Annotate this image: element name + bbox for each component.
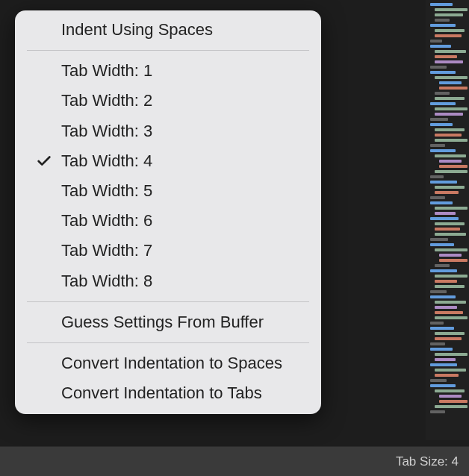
minimap-line: [439, 87, 468, 90]
minimap-line: [435, 228, 460, 231]
minimap-line: [430, 379, 447, 382]
minimap-line: [435, 107, 468, 110]
minimap-line: [430, 243, 454, 246]
menu-item-label: Tab Width: 1: [61, 61, 152, 80]
minimap-line: [435, 369, 466, 372]
minimap-line: [435, 374, 459, 377]
minimap-line: [435, 92, 450, 95]
minimap-line: [435, 233, 466, 236]
minimap-line: [430, 327, 454, 330]
minimap-line: [435, 76, 468, 79]
minimap-line: [435, 389, 465, 392]
menu-item-label: Convert Indentation to Tabs: [61, 383, 262, 402]
menu-item-tab-width[interactable]: Tab Width: 1: [15, 56, 321, 86]
minimap-line: [430, 217, 459, 220]
menu-item-label: Tab Width: 3: [61, 122, 152, 140]
minimap-line: [435, 60, 463, 63]
minimap-line: [430, 342, 445, 345]
minimap-line: [435, 97, 465, 100]
menu-item-guess-from-buffer[interactable]: Guess Settings From Buffer: [15, 307, 321, 337]
minimap-line: [439, 400, 468, 403]
minimap-line: [435, 8, 468, 11]
minimap-line: [430, 71, 456, 74]
status-bar: Tab Size: 4: [0, 446, 469, 476]
menu-item-tab-width[interactable]: Tab Width: 7: [15, 236, 321, 266]
menu-item-convert-to-spaces[interactable]: Convert Indentation to Spaces: [15, 348, 321, 378]
minimap-line: [430, 123, 453, 126]
menu-item-label: Tab Width: 6: [61, 211, 152, 230]
menu-item-label: Tab Width: 8: [61, 272, 152, 290]
minimap-line: [435, 186, 465, 189]
status-tab-size-label: Tab Size: 4: [396, 454, 459, 469]
minimap-line: [435, 358, 456, 361]
minimap-line: [430, 384, 456, 387]
minimap-line: [430, 3, 453, 6]
minimap-line: [439, 160, 462, 163]
minimap-line: [435, 50, 466, 53]
code-minimap: [426, 0, 469, 440]
minimap-line: [435, 29, 465, 32]
minimap-line: [435, 316, 468, 319]
minimap-line: [439, 165, 468, 168]
minimap-line: [435, 337, 462, 340]
minimap-line: [435, 139, 468, 142]
menu-item-indent-using-spaces[interactable]: Indent Using Spaces: [15, 15, 321, 45]
minimap-line: [430, 40, 442, 43]
minimap-line: [435, 353, 468, 356]
minimap-line: [430, 45, 451, 48]
minimap-line: [430, 269, 457, 272]
minimap-line: [435, 311, 463, 314]
minimap-line: [430, 149, 456, 152]
menu-item-tab-width[interactable]: Tab Width: 4: [15, 146, 321, 176]
minimap-line: [439, 81, 462, 84]
minimap-line: [430, 322, 444, 325]
minimap-line: [430, 201, 453, 204]
menu-item-label: Guess Settings From Buffer: [61, 313, 264, 331]
minimap-line: [435, 264, 450, 267]
menu-item-tab-width[interactable]: Tab Width: 3: [15, 116, 321, 146]
minimap-line: [435, 191, 459, 194]
check-icon: [36, 152, 52, 169]
minimap-line: [430, 290, 447, 293]
minimap-line: [435, 128, 465, 131]
menu-item-tab-width[interactable]: Tab Width: 2: [15, 86, 321, 116]
menu-item-tab-width[interactable]: Tab Width: 5: [15, 176, 321, 206]
minimap-line: [435, 113, 463, 116]
minimap-line: [430, 175, 444, 178]
minimap-line: [435, 212, 456, 215]
minimap-line: [435, 405, 468, 408]
minimap-line: [435, 275, 468, 278]
minimap-line: [430, 196, 445, 199]
menu-separator: [27, 301, 309, 302]
minimap-line: [430, 66, 447, 69]
indentation-menu: Indent Using Spaces Tab Width: 1Tab Widt…: [15, 10, 321, 414]
minimap-line: [435, 13, 463, 16]
menu-separator: [27, 50, 309, 51]
menu-item-tab-width[interactable]: Tab Width: 6: [15, 206, 321, 236]
menu-item-label: Tab Width: 2: [61, 91, 152, 110]
minimap-line: [430, 363, 457, 366]
minimap-line: [435, 306, 457, 309]
menu-item-label: Tab Width: 5: [61, 181, 152, 200]
minimap-line: [430, 238, 448, 241]
menu-item-convert-to-tabs[interactable]: Convert Indentation to Tabs: [15, 378, 321, 408]
minimap-line: [430, 102, 456, 105]
menu-separator: [27, 342, 309, 343]
minimap-line: [435, 222, 465, 225]
minimap-line: [439, 254, 462, 257]
minimap-line: [435, 248, 468, 251]
minimap-line: [435, 154, 466, 157]
minimap-line: [435, 19, 450, 22]
minimap-line: [435, 332, 465, 335]
minimap-line: [435, 34, 462, 37]
menu-item-label: Convert Indentation to Spaces: [61, 354, 282, 372]
menu-item-tab-width[interactable]: Tab Width: 8: [15, 266, 321, 296]
minimap-line: [430, 144, 445, 147]
minimap-line: [430, 24, 456, 27]
minimap-line: [439, 395, 462, 398]
status-tab-size-button[interactable]: Tab Size: 4: [396, 454, 459, 469]
minimap-line: [439, 259, 468, 262]
menu-item-label: Tab Width: 7: [61, 241, 152, 260]
minimap-line: [435, 285, 465, 288]
minimap-line: [435, 207, 468, 210]
